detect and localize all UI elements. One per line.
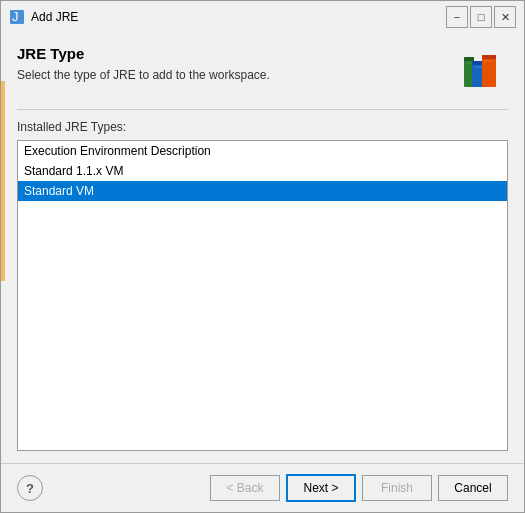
window-controls: − □ ✕ [446,6,516,28]
svg-rect-7 [482,55,496,59]
svg-text:J: J [12,10,19,24]
close-button[interactable]: ✕ [494,6,516,28]
title-bar: J Add JRE − □ ✕ [1,1,524,33]
page-title: JRE Type [17,45,456,62]
maximize-button[interactable]: □ [470,6,492,28]
jre-types-list[interactable]: Execution Environment Description Standa… [17,140,508,451]
header-separator [17,109,508,110]
svg-rect-6 [482,55,496,87]
window-icon: J [9,9,25,25]
window-title: Add JRE [31,10,446,24]
finish-button[interactable]: Finish [362,475,432,501]
cancel-button[interactable]: Cancel [438,475,508,501]
main-content: JRE Type Select the type of JRE to add t… [1,33,524,463]
header-section: JRE Type Select the type of JRE to add t… [17,45,508,97]
header-text: JRE Type Select the type of JRE to add t… [17,45,456,82]
list-item[interactable]: Standard 1.1.x VM [18,161,507,181]
back-button[interactable]: < Back [210,475,280,501]
minimize-button[interactable]: − [446,6,468,28]
page-subtitle: Select the type of JRE to add to the wor… [17,68,456,82]
next-button[interactable]: Next > [286,474,356,502]
list-item-selected[interactable]: Standard VM [18,181,507,201]
installed-label: Installed JRE Types: [17,120,508,134]
svg-rect-3 [464,57,474,61]
add-jre-dialog: J Add JRE − □ ✕ JRE Type Select the type… [0,0,525,513]
list-item[interactable]: Execution Environment Description [18,141,507,161]
books-icon [456,45,508,97]
accent-bar [1,81,5,281]
help-button[interactable]: ? [17,475,43,501]
bottom-bar: ? < Back Next > Finish Cancel [1,463,524,512]
